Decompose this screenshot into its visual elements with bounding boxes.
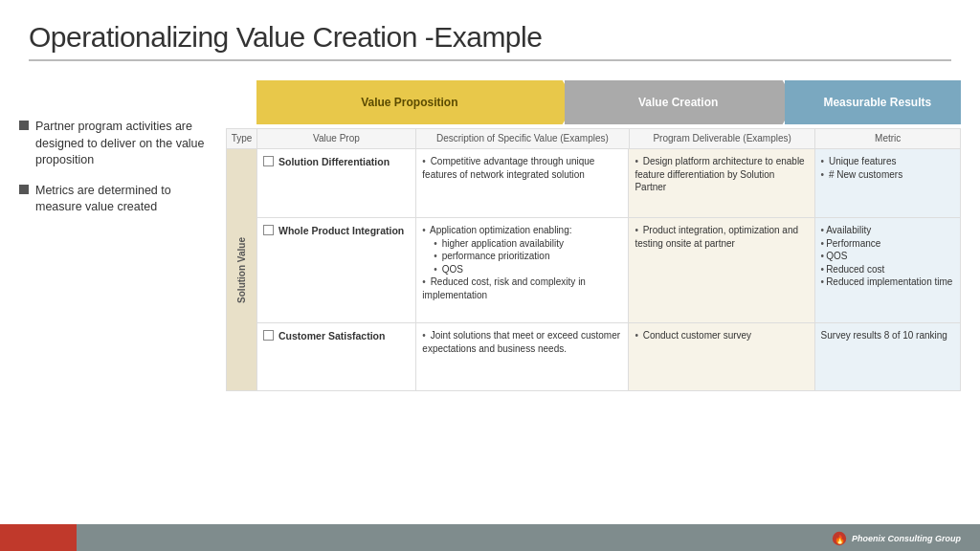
vp-label-1: Solution Differentiation [278, 155, 390, 168]
desc-sub-2-1: • performance prioritization [422, 250, 622, 263]
checkbox-1 [263, 156, 274, 166]
title-area: Operationalizing Value Creation -Example [0, 0, 980, 71]
header-value-creation: Value Creation [565, 80, 796, 124]
cell-vp-3: Customer Satisfaction [257, 323, 416, 390]
table-row: Customer Satisfaction • Joint solutions … [257, 323, 960, 390]
metric-1-0: • Unique features [821, 155, 954, 168]
cell-metric-1: • Unique features • # New customers [815, 149, 960, 217]
metric-2-0: •Availability [821, 224, 954, 237]
desc-extra-2-0: • Reduced cost, risk and complexity in i… [422, 276, 622, 301]
logo-area: 🔥 Phoenix Consulting Group [831, 530, 961, 547]
subheader-metric: Metric [815, 129, 960, 148]
slide: Operationalizing Value Creation -Example… [0, 0, 980, 551]
cell-vp-1: Solution Differentiation [257, 149, 416, 217]
subheader-type: Type [227, 129, 257, 148]
subheader-valueprop: Value Prop [257, 129, 416, 148]
metric-2-1: •Performance [821, 237, 954, 251]
metric-2-2: •QOS [821, 250, 954, 263]
bullet-square-2 [19, 185, 29, 194]
cell-desc-3: • Joint solutions that meet or exceed cu… [416, 323, 629, 390]
desc-sub-2-0: • higher application availability [422, 237, 622, 251]
cell-desc-1: • Competitive advantage through unique f… [416, 149, 629, 217]
cell-deliverable-2: • Product integration, optimization and … [629, 218, 814, 322]
subheader-description: Description of Specific Value (Examples) [416, 129, 630, 148]
page-title: Operationalizing Value Creation -Example [29, 21, 951, 54]
table-row: Whole Product Integration • Application … [257, 218, 960, 323]
desc-bullet-3-0: • Joint solutions that meet or exceed cu… [422, 329, 622, 355]
subheader-row: Type Value Prop Description of Specific … [226, 128, 961, 149]
metric-2-4: •Reduced implementation time [821, 276, 954, 289]
logo-text: Phoenix Consulting Group [852, 534, 961, 543]
metric-1-1: • # New customers [821, 168, 954, 182]
cell-vp-2: Whole Product Integration [257, 218, 416, 322]
desc-bullet-1: • Competitive advantage through unique f… [422, 155, 622, 181]
bullet-square-1 [19, 121, 29, 130]
bottom-bar-red [0, 524, 77, 551]
header-row: Value Proposition Value Creation Measura… [226, 80, 961, 124]
title-divider [29, 59, 951, 61]
cell-metric-2: •Availability •Performance •QOS •Reduced… [815, 218, 960, 322]
cell-deliverable-1: • Design platform architecture to enable… [629, 149, 814, 217]
section-label-wrap: Solution Value [227, 149, 257, 390]
bullet-item-2: Metrics are determined to measure value … [19, 183, 211, 216]
checkbox-3 [263, 330, 274, 341]
table-row: Solution Differentiation • Competitive a… [257, 149, 960, 218]
cell-deliverable-3: • Conduct customer survey [629, 323, 814, 390]
bottom-bar-gray: 🔥 Phoenix Consulting Group [77, 524, 980, 551]
cell-desc-2: • Application optimization enabling: • h… [416, 218, 629, 322]
bullet-text-2: Metrics are determined to measure value … [35, 183, 211, 216]
vp-label-2: Whole Product Integration [278, 224, 404, 237]
logo-icon: 🔥 [831, 530, 848, 547]
svg-text:🔥: 🔥 [835, 534, 846, 545]
header-value-proposition: Value Proposition [256, 80, 576, 124]
checkbox-2 [263, 225, 274, 235]
desc-sub-2-2: • QOS [422, 263, 622, 276]
subheader-deliverable: Program Deliverable (Examples) [630, 129, 815, 148]
table-area: Value Proposition Value Creation Measura… [226, 80, 961, 490]
desc-bullet-2-0: • Application optimization enabling: [422, 224, 622, 237]
left-panel: Partner program activities are designed … [19, 80, 211, 490]
header-measurable-results: Measurable Results [785, 80, 961, 124]
vp-label-3: Customer Satisfaction [278, 329, 385, 342]
data-section: Solution Value Solution Differentiation … [226, 149, 961, 391]
metric-2-3: •Reduced cost [821, 263, 954, 276]
bullet-text-1: Partner program activities are designed … [35, 119, 211, 169]
section-label: Solution Value [236, 237, 247, 303]
bullet-item-1: Partner program activities are designed … [19, 119, 211, 169]
bottom-bar: 🔥 Phoenix Consulting Group [0, 524, 980, 551]
main-content: Partner program activities are designed … [0, 71, 980, 499]
cell-metric-3: Survey results 8 of 10 ranking [815, 323, 960, 390]
rows-wrap: Solution Differentiation • Competitive a… [257, 149, 960, 390]
